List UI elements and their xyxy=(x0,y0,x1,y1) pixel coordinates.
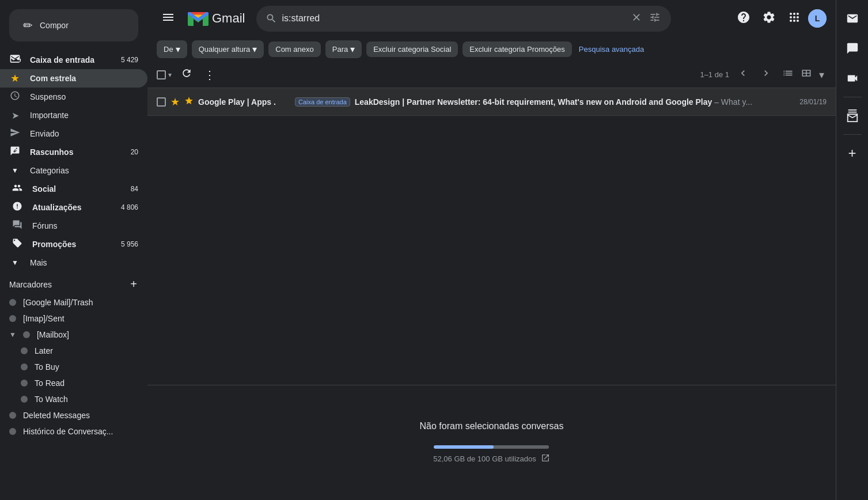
storage-text: 52,06 GB de 100 GB utilizados xyxy=(433,453,550,465)
search-input[interactable] xyxy=(282,13,625,24)
filter-para-button[interactable]: Para ▾ xyxy=(325,40,362,58)
select-all-checkbox[interactable] xyxy=(157,70,166,79)
star-button[interactable]: ★ xyxy=(170,96,180,108)
label-text: To Watch xyxy=(35,395,68,404)
list-view-button[interactable] xyxy=(780,65,796,84)
grid-view-button[interactable] xyxy=(798,65,814,84)
table-row[interactable]: ★ Google Play | Apps . Caixa de entrada … xyxy=(147,88,836,116)
sidebar-item-foruns[interactable]: Fóruns xyxy=(0,217,147,235)
subject-preview: – What y... xyxy=(714,97,752,107)
label-text: [Imap]/Sent xyxy=(23,314,65,323)
main-content: Gmail L xyxy=(147,0,836,500)
important-marker-button[interactable] xyxy=(184,96,194,108)
pagination-prev-button[interactable] xyxy=(734,64,752,85)
storage-link-button[interactable] xyxy=(541,453,550,465)
label-mailbox[interactable]: ▼ [Mailbox] xyxy=(0,327,147,343)
help-button[interactable] xyxy=(732,6,755,32)
email-checkbox[interactable] xyxy=(157,97,166,107)
label-dot-icon xyxy=(23,331,30,338)
updates-icon xyxy=(12,201,23,214)
email-sender: Google Play | Apps . xyxy=(198,97,290,107)
label-deleted-messages[interactable]: Deleted Messages xyxy=(0,407,147,423)
filter-bar: De ▾ Qualquer altura ▾ Com anexo Para ▾ … xyxy=(147,37,836,62)
search-clear-button[interactable] xyxy=(630,10,643,27)
filter-de-button[interactable]: De ▾ xyxy=(157,40,187,58)
label-google-mail-trash[interactable]: [Google Mail]/Trash xyxy=(0,294,147,310)
sidebar-item-suspenso[interactable]: Suspenso xyxy=(0,88,147,106)
label-to-read[interactable]: To Read xyxy=(0,375,147,391)
label-dot-icon xyxy=(21,396,28,403)
avatar[interactable]: L xyxy=(808,9,827,28)
right-sidebar-meet-button[interactable] xyxy=(839,65,866,92)
apps-button[interactable] xyxy=(783,6,806,32)
sidebar-item-importante[interactable]: ➤ Importante xyxy=(0,106,147,124)
clock-icon xyxy=(9,90,21,104)
search-bar xyxy=(256,6,671,32)
pagination-next-button[interactable] xyxy=(757,64,775,85)
filter-excluir-social-button[interactable]: Excluir categoria Social xyxy=(366,41,458,57)
filter-com-anexo-button[interactable]: Com anexo xyxy=(268,41,320,57)
filter-altura-button[interactable]: Qualquer altura ▾ xyxy=(192,40,264,58)
expand-icon: ▼ xyxy=(9,166,21,175)
right-sidebar-mail-button[interactable] xyxy=(839,5,866,32)
label-dot-icon xyxy=(21,347,28,354)
label-text: Later xyxy=(35,346,53,355)
label-later[interactable]: Later xyxy=(0,343,147,359)
more-options-button[interactable]: ⋮ xyxy=(200,65,219,85)
label-imap-sent[interactable]: [Imap]/Sent xyxy=(0,310,147,327)
draft-icon xyxy=(9,146,21,159)
sidebar-item-promocoes[interactable]: Promoções 5 956 xyxy=(0,235,147,253)
right-sidebar-chat-button[interactable] xyxy=(839,35,866,62)
marcadores-title: Marcadores xyxy=(9,280,52,289)
advanced-search-button[interactable]: Pesquisa avançada xyxy=(577,41,646,57)
label-to-buy[interactable]: To Buy xyxy=(0,359,147,375)
storage-label: 52,06 GB de 100 GB utilizados xyxy=(433,454,536,463)
search-options-button[interactable] xyxy=(648,10,662,27)
email-badge: Caixa de entrada xyxy=(295,97,350,107)
storage-fill xyxy=(434,445,494,449)
sidebar-item-atualizacoes[interactable]: Atualizações 4 806 xyxy=(0,198,147,217)
gmail-logo: Gmail xyxy=(187,10,245,27)
sidebar-item-com-estrela[interactable]: ★ Com estrela xyxy=(0,69,147,88)
view-options: ▾ xyxy=(780,65,827,84)
filter-excluir-promocoes-button[interactable]: Excluir categoria Promoções xyxy=(463,41,571,57)
right-sidebar-add-button[interactable]: + xyxy=(839,139,866,167)
sidebar-item-count: 5 429 xyxy=(121,56,138,64)
sidebar-item-rascunhos[interactable]: Rascunhos 20 xyxy=(0,143,147,161)
right-sidebar: + xyxy=(836,0,868,500)
refresh-button[interactable] xyxy=(177,64,196,85)
expand-arrow-icon: ▼ xyxy=(9,331,16,339)
sidebar-item-label: Mais xyxy=(30,258,138,267)
filter-altura-label: Qualquer altura xyxy=(199,45,251,54)
sidebar-item-mais[interactable]: ▼ Mais xyxy=(0,253,147,272)
star-icon: ★ xyxy=(9,72,21,85)
marcadores-section-header: Marcadores + xyxy=(0,272,147,294)
sidebar-item-label: Com estrela xyxy=(30,74,138,83)
compose-button[interactable]: ✏ Compor xyxy=(9,9,138,41)
label-to-watch[interactable]: To Watch xyxy=(0,391,147,407)
sidebar-item-label: Fóruns xyxy=(32,221,138,230)
add-label-button[interactable]: + xyxy=(129,276,138,292)
sidebar-item-label: Rascunhos xyxy=(30,147,122,157)
sidebar-item-enviado[interactable]: Enviado xyxy=(0,124,147,143)
settings-button[interactable] xyxy=(757,6,780,32)
hamburger-button[interactable] xyxy=(157,6,180,32)
preview-empty-text: Não foram selecionadas conversas xyxy=(420,421,564,431)
sidebar-item-caixa-de-entrada[interactable]: Caixa de entrada 5 429 xyxy=(0,51,147,69)
sidebar-item-categorias[interactable]: ▼ Categorias xyxy=(0,161,147,180)
label-text: Deleted Messages xyxy=(23,411,90,420)
sidebar-item-social[interactable]: Social 84 xyxy=(0,180,147,198)
label-text: To Read xyxy=(35,378,65,388)
compose-icon: ✏ xyxy=(23,18,33,32)
sidebar-item-count: 20 xyxy=(131,148,138,156)
compose-label: Compor xyxy=(40,21,69,30)
label-dot-icon xyxy=(21,380,28,387)
sidebar-item-label: Importante xyxy=(30,111,138,120)
right-sidebar-contacts-button[interactable] xyxy=(839,102,866,130)
sidebar-item-label: Caixa de entrada xyxy=(30,55,112,65)
important-icon: ➤ xyxy=(9,110,21,121)
sidebar-item-count: 5 956 xyxy=(121,240,138,248)
label-historico[interactable]: Histórico de Conversaç... xyxy=(0,423,147,440)
select-dropdown-button[interactable]: ▾ xyxy=(167,70,173,80)
view-more-button[interactable]: ▾ xyxy=(817,65,827,84)
